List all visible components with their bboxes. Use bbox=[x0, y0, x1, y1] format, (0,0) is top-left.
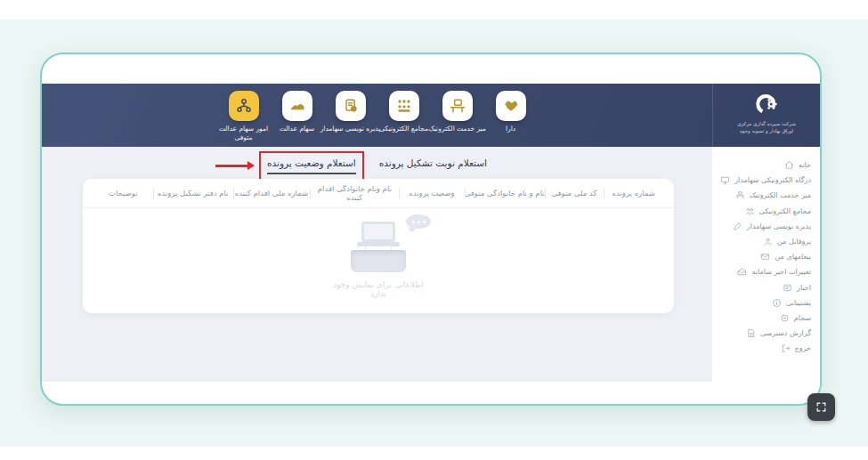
app-e-assemblies[interactable]: مجامع الکترونیکی bbox=[378, 91, 430, 147]
updates-icon bbox=[737, 267, 747, 277]
assembly-icon bbox=[745, 206, 755, 216]
sidebar-item-label: درگاه الکترونیکی سهامدار bbox=[734, 176, 811, 184]
empty-inbox-illustration bbox=[338, 222, 418, 272]
sidebar-item-my-messages[interactable]: پیغامهای من bbox=[712, 249, 811, 264]
csdi-logo-icon bbox=[753, 91, 780, 117]
news-icon bbox=[783, 283, 792, 293]
brand-name: شرکت سپرده گذاری مرکزی اوراق بهادار و تس… bbox=[737, 120, 795, 135]
service-desk-icon bbox=[735, 190, 745, 200]
sidebar-item-label: سجام bbox=[794, 314, 811, 322]
sidebar-item-subscription[interactable]: پذیره نویسی سهامدار bbox=[712, 219, 811, 234]
column-header: نام و نام خانوادگی متوفی bbox=[465, 189, 545, 198]
app-label: دارا bbox=[480, 125, 542, 133]
app-label: مجامع الکترونیکی bbox=[373, 125, 435, 133]
column-header: کد ملی متوفی bbox=[545, 189, 604, 198]
app-label: امور سهام عدالت متوفی bbox=[213, 125, 275, 142]
logout-icon bbox=[781, 343, 791, 353]
column-header: شماره پرونده bbox=[604, 189, 663, 198]
app-label: میز خدمت الکترونیک bbox=[426, 125, 489, 133]
column-header: توضیحات bbox=[93, 189, 153, 198]
fullscreen-button[interactable] bbox=[807, 393, 835, 421]
sidebar-item-e-assemblies[interactable]: مجامع الکترونیکی bbox=[712, 204, 811, 219]
app-justice-shares[interactable]: سهام عدالت bbox=[272, 91, 323, 147]
sidebar-item-label: مجامع الکترونیکی bbox=[759, 207, 811, 215]
table-header-row: شماره پرونده کد ملی متوفی نام و نام خانو… bbox=[83, 179, 674, 208]
tab-status-inquiry[interactable]: استعلام وضعیت پرونده bbox=[267, 157, 356, 174]
mail-icon bbox=[760, 252, 770, 262]
sidebar-item-label: اخبار bbox=[797, 284, 811, 292]
tab-label: استعلام نوبت تشکیل پرونده bbox=[379, 157, 487, 168]
sejam-icon bbox=[780, 313, 790, 323]
sidebar-item-news[interactable]: اخبار bbox=[712, 280, 811, 295]
justice-shares-icon[interactable] bbox=[282, 91, 312, 121]
sidebar-item-logout[interactable]: خروج bbox=[712, 341, 811, 356]
app-label: سهام عدالت bbox=[266, 125, 329, 133]
brand-block: شرکت سپرده گذاری مرکزی اوراق بهادار و تس… bbox=[712, 84, 820, 147]
main-content-panel: استعلام نوبت تشکیل پرونده استعلام وضعیت … bbox=[42, 147, 712, 382]
sidebar-item-label: گزارش دسترسی bbox=[760, 329, 811, 337]
sidebar-item-recent-changes[interactable]: تغییرات اخیر سامانه bbox=[712, 264, 811, 279]
tabs: استعلام نوبت تشکیل پرونده استعلام وضعیت … bbox=[42, 147, 712, 174]
app-deceased-shares[interactable]: امور سهام عدالت متوفی bbox=[218, 91, 270, 147]
subscription-doc-icon[interactable] bbox=[336, 91, 366, 121]
sidebar-item-label: پشتیبانی bbox=[786, 299, 811, 307]
sidebar-item-my-profile[interactable]: پروفایل من bbox=[712, 234, 811, 249]
iran-map-icon[interactable] bbox=[496, 91, 526, 121]
app-subscription[interactable]: پذیره نویسی سهامدار bbox=[325, 91, 377, 147]
deceased-shares-icon[interactable] bbox=[229, 91, 259, 121]
app-window-card: دارا میز خدمت الکترونیک bbox=[40, 52, 822, 406]
column-header: وضعیت پرونده bbox=[399, 189, 464, 198]
column-header: نام ونام خانوادگی اقدام کننده bbox=[310, 184, 399, 202]
sidebar-item-service-desk[interactable]: میز خدمت الکترونیک bbox=[712, 188, 811, 203]
sidebar-item-label: تغییرات اخیر سامانه bbox=[751, 268, 811, 276]
speech-bubble-icon bbox=[406, 214, 431, 229]
sidebar-item-sejam[interactable]: سجام bbox=[712, 311, 811, 326]
empty-state-text: اطلاعاتی برای نمایش وجود ندارد bbox=[325, 280, 432, 298]
fullscreen-icon bbox=[815, 401, 827, 413]
active-tab-underline bbox=[267, 173, 356, 174]
app-shortcut-row: دارا میز خدمت الکترونیک bbox=[42, 84, 712, 147]
subscription-pen-icon bbox=[733, 222, 742, 231]
sidebar-item-shareholder-portal[interactable]: درگاه الکترونیکی سهامدار bbox=[712, 173, 811, 188]
access-report-icon bbox=[746, 328, 756, 338]
app-label: پذیره نویسی سهامدار bbox=[320, 125, 382, 133]
app-dara[interactable]: دارا bbox=[485, 91, 537, 147]
brand-name-line1: شرکت سپرده گذاری مرکزی bbox=[737, 120, 795, 127]
user-icon bbox=[763, 237, 773, 246]
sidebar-item-access-report[interactable]: گزارش دسترسی bbox=[712, 326, 811, 341]
records-table-card: شماره پرونده کد ملی متوفی نام و نام خانو… bbox=[83, 179, 674, 313]
column-header: شماره ملی اقدام کننده bbox=[233, 189, 311, 198]
sidebar-menu: خانه درگاه الکترونیکی سهامدار میز خدمت ا… bbox=[712, 147, 820, 406]
shareholder-portal-icon bbox=[720, 175, 730, 185]
assembly-group-icon[interactable] bbox=[389, 91, 419, 121]
home-icon bbox=[784, 160, 794, 170]
empty-state: اطلاعاتی برای نمایش وجود ندارد bbox=[325, 216, 432, 298]
service-desk-icon[interactable] bbox=[442, 91, 473, 121]
sidebar-item-label: خروج bbox=[795, 344, 811, 352]
top-navbar: دارا میز خدمت الکترونیک bbox=[42, 84, 820, 147]
sidebar-item-label: خانه bbox=[799, 161, 811, 169]
sidebar-item-label: میز خدمت الکترونیک bbox=[750, 191, 811, 199]
annotation-arrow-icon bbox=[215, 165, 253, 167]
laptop-icon bbox=[361, 222, 395, 242]
support-info-icon bbox=[772, 298, 782, 308]
brand-name-line2: اوراق بهادار و تسویه وجوه bbox=[737, 127, 795, 134]
sidebar-item-support[interactable]: پشتیبانی bbox=[712, 295, 811, 311]
sidebar-item-label: پیغامهای من bbox=[775, 253, 811, 261]
sidebar-item-label: پذیره نویسی سهامدار bbox=[747, 222, 811, 230]
column-header: نام دفتر تشکیل پرونده bbox=[153, 189, 233, 198]
sidebar-item-label: پروفایل من bbox=[777, 238, 811, 246]
sidebar-item-home[interactable]: خانه bbox=[712, 157, 811, 173]
tab-queue-inquiry[interactable]: استعلام نوبت تشکیل پرونده bbox=[379, 157, 487, 174]
inbox-tray-icon bbox=[351, 250, 406, 272]
tab-label: استعلام وضعیت پرونده bbox=[267, 157, 356, 168]
app-service-desk[interactable]: میز خدمت الکترونیک bbox=[432, 91, 483, 147]
page: دارا میز خدمت الکترونیک bbox=[0, 0, 868, 460]
